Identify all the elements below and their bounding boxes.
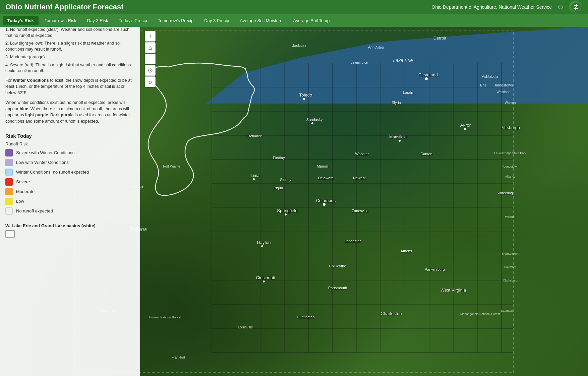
svg-text:Monongahela National Forest: Monongahela National Forest	[460, 312, 500, 316]
svg-text:Parkersburg: Parkersburg	[425, 267, 445, 271]
svg-point-28	[303, 98, 305, 100]
tab-day3-precip[interactable]: Day 3 Precip	[199, 16, 234, 25]
swatch-moderate	[5, 188, 13, 195]
tab-day3-risk[interactable]: Day 3 Risk	[82, 16, 113, 25]
svg-text:Wheeling: Wheeling	[497, 191, 513, 195]
swatch-winter-no-runoff	[5, 169, 13, 176]
svg-point-32	[285, 213, 287, 215]
svg-point-31	[323, 203, 326, 206]
svg-text:Westland: Westland	[496, 90, 511, 94]
risk-descriptions: 1. No runoff expected (clear): Weather a…	[5, 27, 135, 74]
svg-text:Pittsburgh: Pittsburgh	[501, 125, 520, 130]
legend-low: Low	[5, 198, 135, 205]
svg-text:Huntington: Huntington	[297, 315, 314, 319]
svg-text:Canton: Canton	[420, 152, 432, 156]
basin-icon	[5, 230, 15, 238]
svg-point-33	[399, 140, 401, 142]
svg-text:Wooster: Wooster	[355, 152, 369, 156]
svg-point-30	[425, 77, 428, 80]
desc-4: 4. Severe (red): There is a high risk th…	[5, 62, 135, 74]
desc-2-text: 2. Low (light yellow): There is a slight…	[5, 41, 121, 52]
svg-text:Springfield: Springfield	[277, 208, 297, 213]
svg-point-34	[464, 128, 466, 130]
svg-text:West Virginia: West Virginia	[440, 288, 466, 293]
svg-text:Alliance: Alliance	[505, 175, 516, 178]
svg-text:Lorain: Lorain	[403, 90, 413, 95]
svg-text:Dayton: Dayton	[257, 240, 271, 245]
tab-todays-risk[interactable]: Today's Risk	[3, 16, 39, 25]
risk-today-title: Risk Today	[5, 133, 135, 139]
svg-text:Cleveland: Cleveland	[418, 72, 438, 77]
svg-text:Lake Erie: Lake Erie	[393, 58, 413, 63]
organization-label: Ohio Department of Agriculture, National…	[432, 4, 552, 10]
svg-text:Portsmouth: Portsmouth	[328, 286, 347, 290]
divider	[5, 129, 135, 129]
svg-text:Warren: Warren	[505, 101, 516, 105]
svg-text:Fort Wayne: Fort Wayne	[163, 165, 180, 168]
svg-text:Lancaster: Lancaster	[345, 239, 361, 243]
winter-text-1: For Winter Conditions to exist, the snow…	[5, 77, 135, 96]
svg-text:Lima: Lima	[251, 173, 259, 178]
swatch-low	[5, 198, 13, 205]
tab-avg-soil-moisture[interactable]: Average Soil Moisture	[235, 16, 287, 25]
svg-text:Ann Arbor: Ann Arbor	[368, 45, 385, 49]
header-right: Ohio Department of Agriculture, National…	[432, 0, 583, 14]
legend-severe-label: Severe	[16, 179, 30, 184]
legend-winter-no-runoff-label: Winter Conditions, no runoff expected	[16, 170, 89, 175]
svg-text:Louisville: Louisville	[238, 325, 253, 329]
tab-tomorrows-risk[interactable]: Tomorrow's Risk	[40, 16, 81, 25]
legend-no-runoff-label: No runoff expected	[16, 208, 53, 213]
legend-moderate-label: Moderate	[16, 189, 35, 194]
svg-text:Chillicothe: Chillicothe	[329, 264, 346, 268]
svg-text:Newark: Newark	[353, 176, 366, 180]
svg-text:Marion: Marion	[317, 164, 328, 168]
search-button[interactable]: ⌕	[145, 76, 156, 87]
svg-text:Ashtabula: Ashtabula	[482, 74, 499, 78]
legend-low-winter-label: Low with Winter Conditions	[16, 160, 69, 165]
svg-text:Piqua: Piqua	[274, 186, 283, 190]
link-icon[interactable]	[556, 2, 565, 12]
tab-todays-precip[interactable]: Today's Precip	[114, 16, 152, 25]
legend-items: Severe with Winter Conditions Low with W…	[5, 149, 135, 215]
nav-tabs: Today's Risk Tomorrow's Risk Day 3 Risk …	[0, 14, 588, 27]
svg-text:Defiance: Defiance	[247, 134, 262, 138]
svg-text:Morgantown: Morgantown	[502, 252, 519, 255]
svg-text:Fairmont: Fairmont	[504, 265, 516, 269]
legend-moderate: Moderate	[5, 188, 135, 195]
svg-rect-27	[74, 30, 514, 373]
swatch-severe	[5, 178, 13, 186]
svg-text:Mansfield: Mansfield	[389, 135, 406, 139]
svg-text:Charleston: Charleston	[381, 311, 402, 316]
svg-text:Akron: Akron	[460, 123, 472, 128]
svg-text:Hoosier National Forest: Hoosier National Forest	[149, 316, 181, 319]
basin-divider	[5, 219, 135, 219]
home-button[interactable]: ⌂	[145, 42, 156, 53]
desc-1-text: 1. No runoff expected (clear): Weather a…	[5, 27, 129, 38]
svg-text:Zanesville: Zanesville	[352, 209, 368, 213]
svg-text:Elyria: Elyria	[392, 101, 401, 105]
svg-text:Laurel Ridge State Park: Laurel Ridge State Park	[494, 151, 526, 155]
svg-text:Youngstown: Youngstown	[502, 165, 519, 168]
svg-point-35	[261, 245, 263, 247]
zoom-out-button[interactable]: −	[145, 54, 156, 64]
svg-point-29	[311, 122, 313, 124]
tab-tomorrows-precip[interactable]: Tomorrow's Precip	[153, 16, 198, 25]
locate-button[interactable]: ⊙	[145, 65, 156, 76]
sidebar-panel: Zoom in to your area, then click on the …	[0, 0, 140, 376]
svg-text:Jackson: Jackson	[292, 44, 306, 48]
svg-text:Findlay: Findlay	[273, 156, 285, 160]
svg-text:Detroit: Detroit	[433, 36, 447, 41]
svg-text:Toledo: Toledo	[299, 92, 312, 98]
svg-text:Jamestown: Jamestown	[494, 83, 513, 87]
runoff-risk-label: Runoff Risk	[5, 141, 135, 146]
tab-avg-soil-temp[interactable]: Average Soil Temp	[289, 16, 335, 25]
svg-text:Clarksburg: Clarksburg	[503, 279, 518, 282]
legend-severe-winter-label: Severe with Winter Conditions	[16, 150, 74, 155]
svg-text:Cincinnati: Cincinnati	[256, 275, 275, 280]
legend-low-winter: Low with Winter Conditions	[5, 159, 135, 166]
legend-low-label: Low	[16, 199, 24, 204]
zoom-in-button[interactable]: +	[145, 31, 156, 42]
svg-text:Staunton: Staunton	[501, 309, 513, 312]
svg-text:Leamington: Leamington	[351, 61, 368, 64]
swatch-low-winter	[5, 159, 13, 166]
